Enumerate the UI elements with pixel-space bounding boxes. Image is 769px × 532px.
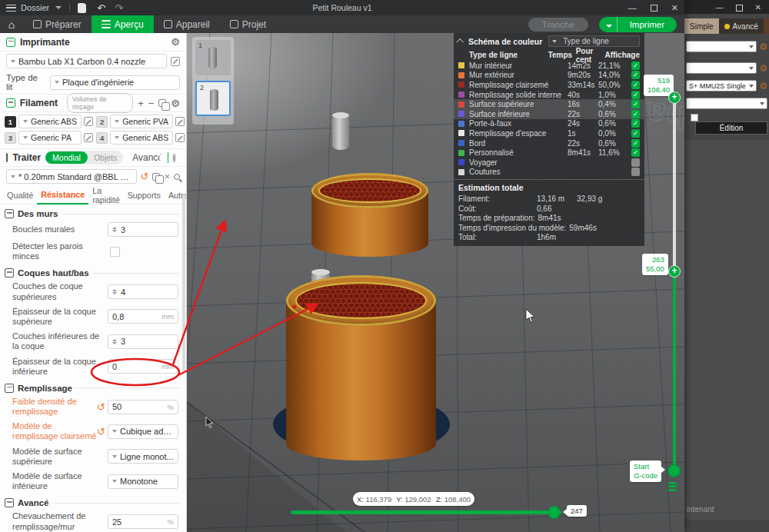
tab-project[interactable]: Projet	[220, 15, 276, 33]
reset-value-icon[interactable]: ↺	[97, 402, 105, 412]
tab-prepare[interactable]: Préparer	[23, 15, 92, 33]
visibility-checkbox[interactable]: ✓	[631, 148, 640, 157]
filament-select-1[interactable]: Generic ABS	[18, 115, 82, 128]
chevron-down-icon[interactable]	[55, 6, 62, 9]
home-icon[interactable]: ⌂	[0, 18, 23, 31]
tab-supports[interactable]: Supports	[124, 186, 165, 204]
edit-filament-icon[interactable]	[175, 133, 185, 142]
bg-combo-2[interactable]	[686, 62, 757, 74]
layers-mode-icon[interactable]	[667, 482, 677, 492]
legend-row[interactable]: Voyager✓	[454, 158, 644, 168]
new-file-icon[interactable]	[78, 3, 86, 13]
move-slider-track[interactable]	[291, 510, 561, 514]
visibility-checkbox[interactable]: ✓	[631, 100, 640, 108]
layer-slider-track-lower[interactable]	[673, 271, 676, 471]
top-shell-layers-input[interactable]: 4	[108, 284, 178, 299]
sidebar-scrollbar[interactable]	[182, 195, 185, 371]
bg-tab-simple[interactable]: Simple	[684, 18, 719, 34]
wall-loops-input[interactable]: 3	[108, 222, 178, 237]
layer-slider-top-handle[interactable]: +	[668, 91, 681, 104]
plate-thumbnail-2[interactable]: 2	[195, 81, 231, 116]
visibility-checkbox[interactable]: ✓	[631, 110, 640, 118]
remove-filament-button[interactable]: −	[148, 98, 155, 109]
spinner-arrows[interactable]	[112, 227, 117, 232]
spinner-arrows[interactable]	[112, 289, 117, 294]
scope-global[interactable]: Mondial	[45, 151, 88, 164]
bg-minimize-button[interactable]: —	[716, 3, 724, 12]
close-button[interactable]: ✕	[671, 3, 678, 13]
legend-row[interactable]: Coutures✓	[454, 168, 644, 178]
bg-close-button[interactable]: ✕	[755, 3, 761, 12]
move-slider-handle[interactable]	[548, 506, 561, 519]
bg-combo-3[interactable]: S+ MMU2S Single	[686, 80, 757, 91]
minimize-button[interactable]: —	[628, 3, 637, 13]
plate-thumbnail-1[interactable]: 1	[195, 40, 231, 75]
legend-row[interactable]: Bord22s0,6%✓	[454, 138, 644, 148]
bottom-shell-layers-input[interactable]: 3	[108, 334, 178, 349]
legend-row[interactable]: Mur extérieur9m20s14,0%✓	[454, 71, 644, 81]
legend-row[interactable]: Remplissage d'espace1s0,0%✓	[454, 128, 644, 138]
filament-badge[interactable]: 3	[5, 132, 16, 144]
gear-icon[interactable]: ⚙	[759, 64, 767, 73]
visibility-checkbox[interactable]: ✓	[631, 119, 640, 128]
bg-maximize-button[interactable]	[736, 5, 743, 12]
tab-quality[interactable]: Qualité	[3, 186, 37, 204]
filament-select-4[interactable]: Generic ABS	[110, 131, 173, 145]
legend-row[interactable]: Remplissage clairsemé33m14s50,0%✓	[454, 80, 644, 90]
legend-view-select[interactable]: Type de ligne	[548, 35, 640, 47]
search-icon[interactable]	[174, 174, 180, 180]
edit-filament-icon[interactable]	[175, 117, 185, 126]
top-surface-pattern-select[interactable]: Ligne monot...	[108, 449, 178, 464]
preview-viewport[interactable]: bambu lab 1 2 Schéma de cou	[187, 33, 684, 532]
filament-badge[interactable]: 4	[96, 132, 108, 144]
visibility-checkbox[interactable]: ✓	[631, 62, 640, 70]
filament-badge[interactable]: 1	[5, 116, 16, 128]
flush-volumes-button[interactable]: Volumes de rinçage	[67, 93, 133, 113]
top-shell-thickness-input[interactable]: 0,8mm	[108, 309, 178, 324]
save-preset-icon[interactable]	[152, 173, 160, 181]
visibility-checkbox[interactable]: ✓	[631, 168, 640, 176]
bg-combo-1[interactable]	[686, 41, 757, 52]
bg-partial-button-text[interactable]: intenant	[687, 505, 714, 514]
bottom-shell-thickness-input[interactable]: 0mm	[108, 359, 178, 374]
reset-value-icon[interactable]: ↺	[97, 427, 105, 437]
legend-row[interactable]: Remplissage solide interne40s1,0%✓	[454, 90, 644, 100]
layer-slider-mid-handle[interactable]: +	[668, 265, 681, 278]
visibility-checkbox[interactable]: ✓	[631, 139, 640, 148]
spinner-arrows[interactable]	[112, 339, 117, 344]
visibility-checkbox[interactable]: ✓	[631, 129, 640, 138]
visibility-checkbox[interactable]: ✓	[631, 158, 640, 167]
process-preset-select[interactable]: * 0.20mm Standard @BBL X1C - sans su...	[6, 169, 137, 184]
infill-pattern-select[interactable]: Cubique ada...	[108, 424, 178, 439]
undo-icon[interactable]: ↶	[97, 2, 105, 14]
parameter-table-icon[interactable]	[173, 154, 175, 162]
tab-strength[interactable]: Résistance	[37, 186, 88, 204]
legend-row[interactable]: Porte-à-faux24s0,6%✓	[454, 119, 644, 129]
add-filament-button[interactable]: +	[138, 98, 144, 109]
bed-type-select[interactable]: Plaque d'ingénierie	[50, 75, 180, 90]
print-dropdown[interactable]	[599, 17, 618, 32]
reset-preset-icon[interactable]: ↺	[141, 171, 149, 181]
bg-tab-expert[interactable]: Expert	[764, 18, 769, 34]
layer-slider-track-upper[interactable]	[673, 98, 676, 271]
edit-printer-icon[interactable]	[171, 57, 180, 66]
edit-filament-icon[interactable]	[84, 133, 93, 142]
bg-tab-advanced[interactable]: Avancé	[719, 18, 764, 34]
redo-icon[interactable]: ↷	[115, 2, 123, 14]
filament-settings-gear-icon[interactable]: ⚙	[171, 98, 180, 108]
scope-toggle[interactable]: Mondial Objets	[45, 151, 123, 165]
filament-select-2[interactable]: Generic PVA	[110, 115, 173, 128]
ams-sync-icon[interactable]	[158, 99, 166, 107]
legend-row[interactable]: Personnalisé8m41s11,6%✓	[454, 148, 644, 158]
visibility-checkbox[interactable]: ✓	[631, 71, 640, 79]
thin-walls-checkbox[interactable]	[110, 247, 120, 257]
layer-slider-bottom-handle[interactable]	[667, 464, 681, 477]
legend-row[interactable]: Mur intérieur14m2s21,1%✓	[454, 61, 644, 71]
tab-preview[interactable]: Aperçu	[92, 15, 154, 33]
infill-density-input[interactable]: 50%	[108, 400, 178, 414]
maximize-button[interactable]	[651, 5, 657, 12]
scope-objects[interactable]: Objets	[88, 151, 123, 164]
collapse-legend-icon[interactable]	[456, 38, 464, 46]
bottom-surface-pattern-select[interactable]: Monotone	[108, 474, 178, 489]
visibility-checkbox[interactable]: ✓	[631, 91, 640, 99]
